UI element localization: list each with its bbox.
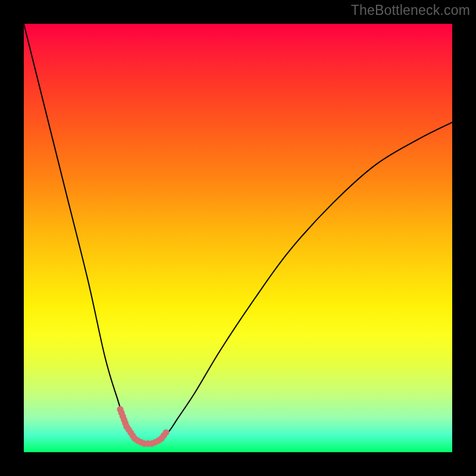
valley-dot [163, 429, 170, 436]
series-layer [24, 24, 452, 447]
plot-area [24, 24, 452, 452]
curve-svg [24, 24, 452, 452]
bottleneck-curve [24, 24, 452, 444]
chart-container: { "watermark": "TheBottleneck.com", "cha… [0, 0, 476, 476]
watermark-text: TheBottleneck.com [351, 2, 470, 18]
